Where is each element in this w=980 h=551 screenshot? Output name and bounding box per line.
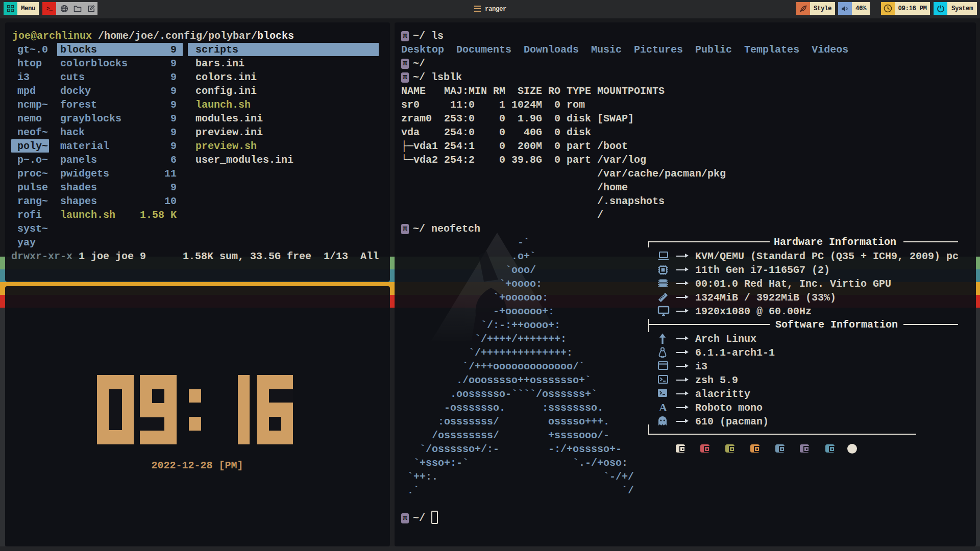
- svg-text:A: A: [659, 402, 667, 413]
